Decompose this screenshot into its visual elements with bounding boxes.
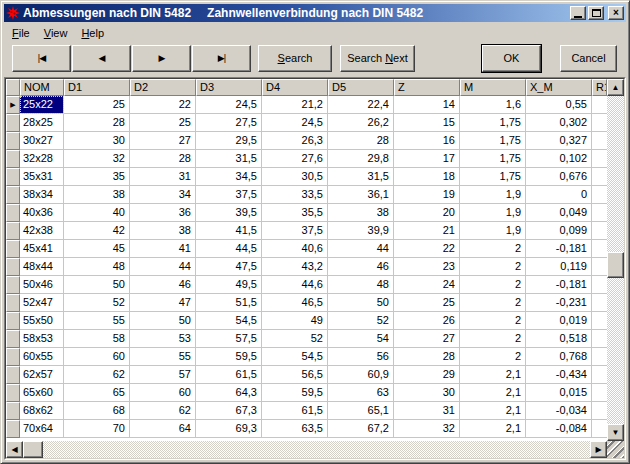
cell-R1[interactable] <box>592 186 607 204</box>
cell-X_M[interactable]: 0,102 <box>526 150 592 168</box>
cell-R1[interactable] <box>592 168 607 186</box>
menu-view[interactable]: View <box>37 24 75 42</box>
cell-M[interactable]: 2,1 <box>460 402 526 420</box>
row-selector[interactable] <box>6 114 20 132</box>
cell-D2[interactable]: 31 <box>130 168 196 186</box>
cell-D3[interactable]: 24,5 <box>196 96 262 114</box>
cancel-button[interactable]: Cancel <box>560 45 617 72</box>
cell-NOM[interactable]: 70x64 <box>20 420 64 438</box>
horizontal-scroll-thumb[interactable] <box>23 441 43 458</box>
cell-X_M[interactable]: 0,119 <box>526 258 592 276</box>
cell-NOM[interactable]: 65x60 <box>20 384 64 402</box>
cell-R1[interactable] <box>592 132 607 150</box>
cell-D4[interactable]: 49 <box>262 312 328 330</box>
cell-NOM[interactable]: 25x22 <box>20 96 64 114</box>
cell-NOM[interactable]: 50x46 <box>20 276 64 294</box>
cell-R1[interactable] <box>592 222 607 240</box>
cell-D1[interactable]: 42 <box>64 222 130 240</box>
cell-M[interactable]: 2 <box>460 294 526 312</box>
cell-D5[interactable]: 28 <box>328 132 394 150</box>
cell-X_M[interactable]: 0,55 <box>526 96 592 114</box>
cell-D1[interactable]: 60 <box>64 348 130 366</box>
cell-D5[interactable]: 60,9 <box>328 366 394 384</box>
row-selector[interactable] <box>6 366 20 384</box>
cell-M[interactable]: 1,75 <box>460 132 526 150</box>
cell-D3[interactable]: 51,5 <box>196 294 262 312</box>
cell-D2[interactable]: 36 <box>130 204 196 222</box>
cell-D1[interactable]: 68 <box>64 402 130 420</box>
cell-D5[interactable]: 22,4 <box>328 96 394 114</box>
cell-D5[interactable]: 29,8 <box>328 150 394 168</box>
cell-NOM[interactable]: 60x55 <box>20 348 64 366</box>
cell-R1[interactable] <box>592 96 607 114</box>
cell-D5[interactable]: 38 <box>328 204 394 222</box>
cell-D1[interactable]: 35 <box>64 168 130 186</box>
cell-D4[interactable]: 27,6 <box>262 150 328 168</box>
cell-M[interactable]: 2,1 <box>460 420 526 438</box>
cell-D3[interactable]: 44,5 <box>196 240 262 258</box>
scroll-right-button[interactable]: ▶ <box>590 441 607 458</box>
cell-D4[interactable]: 43,2 <box>262 258 328 276</box>
column-header-M[interactable]: M <box>460 79 526 96</box>
cell-NOM[interactable]: 58x53 <box>20 330 64 348</box>
cell-R1[interactable] <box>592 204 607 222</box>
cell-Z[interactable]: 18 <box>394 168 460 186</box>
scroll-up-button[interactable]: ▲ <box>607 79 624 96</box>
cell-D1[interactable]: 62 <box>64 366 130 384</box>
column-header-Z[interactable]: Z <box>394 79 460 96</box>
cell-X_M[interactable]: 0,015 <box>526 384 592 402</box>
cell-X_M[interactable]: -0,434 <box>526 366 592 384</box>
cell-Z[interactable]: 26 <box>394 312 460 330</box>
cell-M[interactable]: 1,75 <box>460 150 526 168</box>
cell-D4[interactable]: 21,2 <box>262 96 328 114</box>
cell-D3[interactable]: 31,5 <box>196 150 262 168</box>
cell-D5[interactable]: 44 <box>328 240 394 258</box>
cell-D5[interactable]: 67,2 <box>328 420 394 438</box>
cell-R1[interactable] <box>592 294 607 312</box>
column-header-NOM[interactable]: NOM <box>20 79 64 96</box>
search-button[interactable]: Search <box>258 45 332 72</box>
cell-D2[interactable]: 53 <box>130 330 196 348</box>
cell-M[interactable]: 2 <box>460 276 526 294</box>
cell-D3[interactable]: 54,5 <box>196 312 262 330</box>
cell-D2[interactable]: 50 <box>130 312 196 330</box>
cell-R1[interactable] <box>592 348 607 366</box>
cell-D4[interactable]: 59,5 <box>262 384 328 402</box>
title-bar[interactable]: Abmessungen nach DIN 5482 Zahnwellenverb… <box>4 4 626 22</box>
cell-D5[interactable]: 31,5 <box>328 168 394 186</box>
cell-NOM[interactable]: 48x44 <box>20 258 64 276</box>
cell-X_M[interactable]: 0,768 <box>526 348 592 366</box>
cell-X_M[interactable]: -0,034 <box>526 402 592 420</box>
cell-Z[interactable]: 19 <box>394 186 460 204</box>
cell-D3[interactable]: 34,5 <box>196 168 262 186</box>
cell-D4[interactable]: 26,3 <box>262 132 328 150</box>
cell-D1[interactable]: 48 <box>64 258 130 276</box>
cell-X_M[interactable]: -0,181 <box>526 240 592 258</box>
row-selector[interactable] <box>6 222 20 240</box>
scroll-down-button[interactable]: ▼ <box>607 424 624 441</box>
column-header-D5[interactable]: D5 <box>328 79 394 96</box>
cell-NOM[interactable]: 30x27 <box>20 132 64 150</box>
cell-D1[interactable]: 28 <box>64 114 130 132</box>
column-header-R1[interactable]: R1 <box>592 79 607 96</box>
cell-X_M[interactable]: 0,518 <box>526 330 592 348</box>
cell-D2[interactable]: 46 <box>130 276 196 294</box>
cell-R1[interactable] <box>592 114 607 132</box>
cell-D3[interactable]: 61,5 <box>196 366 262 384</box>
column-header-D4[interactable]: D4 <box>262 79 328 96</box>
cell-D2[interactable]: 64 <box>130 420 196 438</box>
cell-D5[interactable]: 48 <box>328 276 394 294</box>
cell-Z[interactable]: 23 <box>394 258 460 276</box>
cell-X_M[interactable]: 0,099 <box>526 222 592 240</box>
cell-D4[interactable]: 30,5 <box>262 168 328 186</box>
cell-D2[interactable]: 41 <box>130 240 196 258</box>
cell-D5[interactable]: 65,1 <box>328 402 394 420</box>
cell-D4[interactable]: 52 <box>262 330 328 348</box>
cell-Z[interactable]: 22 <box>394 240 460 258</box>
cell-Z[interactable]: 30 <box>394 384 460 402</box>
cell-D2[interactable]: 38 <box>130 222 196 240</box>
cell-D2[interactable]: 34 <box>130 186 196 204</box>
cell-NOM[interactable]: 55x50 <box>20 312 64 330</box>
column-header-D3[interactable]: D3 <box>196 79 262 96</box>
row-selector[interactable] <box>6 330 20 348</box>
